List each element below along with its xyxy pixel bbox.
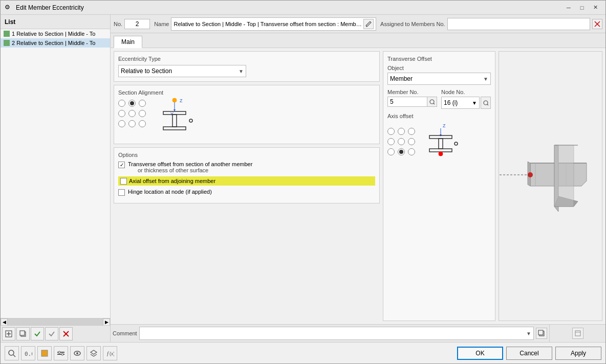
- comment-label: Comment: [113, 330, 137, 336]
- apply-button[interactable]: Apply: [555, 347, 601, 360]
- zoom-tool-button[interactable]: [5, 346, 19, 360]
- axis-radio-0-0[interactable]: [387, 128, 395, 135]
- scroll-right-button[interactable]: ▶: [103, 318, 110, 326]
- ok-button[interactable]: OK: [457, 347, 503, 360]
- content-area: Eccentricity Type Relative to Section ▼ …: [111, 48, 605, 324]
- align-radio-0-2[interactable]: [139, 100, 146, 107]
- comment-input-group: ▼: [139, 327, 547, 340]
- minimize-button[interactable]: ─: [562, 3, 575, 12]
- svg-rect-43: [538, 330, 543, 335]
- axis-radio-1-2[interactable]: [408, 138, 415, 145]
- option-1-checkbox[interactable]: [118, 162, 125, 168]
- svg-point-19: [430, 100, 434, 104]
- list-item-color-2: [4, 40, 10, 46]
- list-item-label: 1 Relative to Section | Middle - To: [12, 31, 95, 37]
- option-3-row: Hinge location at node (if applied): [118, 189, 375, 196]
- eccentricity-type-dropdown[interactable]: Relative to Section ▼: [118, 65, 246, 77]
- svg-point-29: [439, 152, 443, 156]
- formula-tool-button[interactable]: f(x): [103, 346, 117, 360]
- name-input[interactable]: Relative to Section | Middle - Top | Tra…: [171, 17, 376, 31]
- maximize-button[interactable]: □: [576, 3, 588, 12]
- beam-cross-section-diagram: Z Y: [154, 99, 195, 140]
- list-header: List: [1, 15, 110, 29]
- option-2-checkbox[interactable]: [120, 178, 127, 185]
- name-edit-button[interactable]: [363, 19, 374, 29]
- scroll-left-button[interactable]: ◀: [1, 318, 8, 326]
- coordinates-tool-button[interactable]: 0.00: [21, 346, 35, 360]
- no-input[interactable]: 2: [124, 19, 150, 29]
- assigned-clear-button[interactable]: [592, 19, 602, 29]
- window-icon: ⚙: [5, 4, 13, 12]
- axis-radio-0-1[interactable]: [398, 128, 405, 135]
- axis-radio-1-0[interactable]: [387, 138, 395, 145]
- scroll-track[interactable]: [8, 318, 103, 326]
- list-item-selected[interactable]: 2 Relative to Section | Middle - To: [1, 38, 110, 48]
- alignment-content: Z Y: [118, 99, 375, 140]
- options-section: Options Transverse offset from section o…: [114, 147, 380, 203]
- list-items: 1 Relative to Section | Middle - To 2 Re…: [1, 29, 110, 318]
- member-no-label: Member No.: [387, 89, 437, 95]
- align-radio-0-0[interactable]: [118, 100, 125, 107]
- align-radio-1-2[interactable]: [139, 110, 146, 117]
- align-radio-2-0[interactable]: [118, 120, 125, 127]
- node-no-select[interactable]: 16 (i) ▼: [441, 97, 480, 109]
- footer-tools: 0.00 f(x): [5, 346, 117, 360]
- axis-offset-content: Z: [387, 121, 491, 162]
- window-title: Edit Member Eccentricity: [16, 4, 562, 11]
- align-radio-2-2[interactable]: [139, 120, 146, 127]
- axis-radio-2-1[interactable]: [398, 148, 405, 155]
- svg-line-57: [91, 354, 94, 356]
- assigned-label: Assigned to Members No.: [380, 21, 445, 27]
- eye-tool-button[interactable]: [70, 346, 84, 360]
- axis-radio-2-0[interactable]: [387, 148, 395, 155]
- svg-line-58: [94, 354, 97, 356]
- cancel-button[interactable]: Cancel: [506, 347, 552, 360]
- eccentricity-type-label: Eccentricity Type: [118, 56, 375, 62]
- option-3-checkbox[interactable]: [118, 189, 125, 196]
- option-3-label: Hinge location at node (if applied): [128, 189, 212, 195]
- member-no-pick-button[interactable]: [427, 97, 437, 107]
- transverse-offset-section: Transverse Offset Object Member ▼: [383, 51, 495, 321]
- eccentricity-type-row: Relative to Section ▼: [118, 65, 375, 77]
- name-field-group: Name Relative to Section | Middle - Top …: [154, 17, 376, 31]
- uncheck-button[interactable]: [45, 327, 58, 340]
- empty-section: [549, 325, 605, 342]
- left-column: Eccentricity Type Relative to Section ▼ …: [114, 51, 380, 321]
- check-button[interactable]: [31, 327, 44, 340]
- close-button[interactable]: ✕: [589, 3, 601, 12]
- duplicate-item-button[interactable]: [16, 327, 30, 340]
- list-item[interactable]: 1 Relative to Section | Middle - To: [1, 29, 110, 38]
- delete-item-button[interactable]: [59, 327, 73, 340]
- object-dropdown[interactable]: Member ▼: [387, 73, 491, 85]
- axis-radio-2-2[interactable]: [408, 148, 415, 155]
- member-node-row: Member No. 5: [387, 89, 491, 109]
- svg-point-52: [58, 351, 60, 353]
- settings-tool-button[interactable]: [54, 346, 68, 360]
- align-radio-2-1[interactable]: [128, 120, 136, 127]
- align-radio-1-1[interactable]: [128, 110, 136, 117]
- new-item-button[interactable]: [2, 327, 15, 340]
- assigned-input[interactable]: [447, 18, 590, 30]
- align-radio-1-0[interactable]: [118, 110, 125, 117]
- layers-tool-button[interactable]: [86, 346, 101, 360]
- member-no-input[interactable]: 5: [387, 97, 427, 107]
- name-value: Relative to Section | Middle - Top | Tra…: [174, 21, 362, 27]
- transverse-offset-label: Transverse Offset: [387, 56, 491, 62]
- comment-copy-button[interactable]: [536, 328, 547, 339]
- align-radio-0-1[interactable]: [128, 100, 136, 107]
- comment-input[interactable]: ▼: [139, 327, 534, 340]
- svg-text:Z: Z: [180, 98, 183, 103]
- list-horizontal-scrollbar[interactable]: ◀ ▶: [1, 318, 110, 325]
- svg-point-21: [484, 101, 488, 105]
- svg-point-53: [61, 353, 63, 355]
- color-tool-button[interactable]: [37, 346, 52, 360]
- option-2-highlight: Axial offset from adjoining member: [118, 176, 375, 186]
- axis-radio-1-1[interactable]: [398, 138, 405, 145]
- comment-dropdown-arrow: ▼: [526, 331, 531, 336]
- node-no-pick-button[interactable]: [481, 97, 491, 109]
- titlebar-buttons: ─ □ ✕: [562, 3, 601, 12]
- options-label: Options: [118, 152, 375, 158]
- tab-main[interactable]: Main: [114, 36, 142, 48]
- extra-button[interactable]: [572, 328, 583, 339]
- axis-radio-0-2[interactable]: [408, 128, 415, 135]
